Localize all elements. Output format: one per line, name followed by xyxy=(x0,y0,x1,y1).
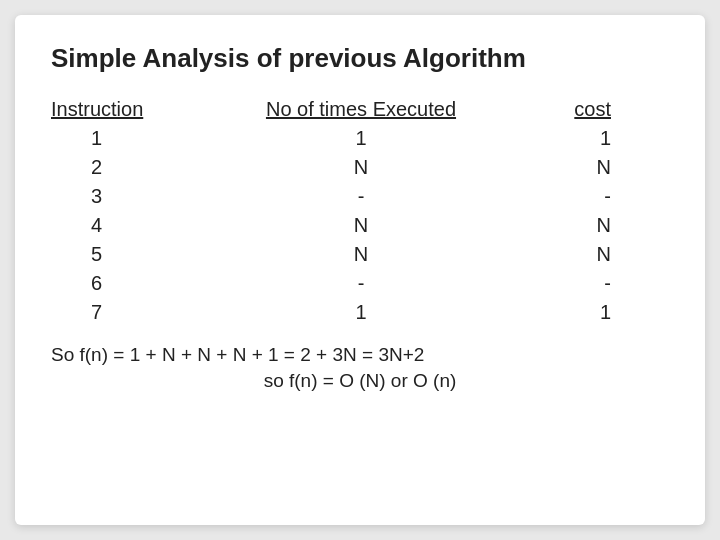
table-row: 6 - - xyxy=(51,272,669,295)
cell-times: - xyxy=(211,272,511,295)
table-row: 1 1 1 xyxy=(51,127,669,150)
cell-cost: - xyxy=(511,272,611,295)
cell-cost: N xyxy=(511,156,611,179)
cell-times: 1 xyxy=(211,301,511,324)
cell-times: N xyxy=(211,214,511,237)
cell-cost: N xyxy=(511,243,611,266)
cell-times: 1 xyxy=(211,127,511,150)
cell-instruction: 7 xyxy=(51,301,211,324)
cell-times: N xyxy=(211,156,511,179)
table-row: 5 N N xyxy=(51,243,669,266)
table-row: 3 - - xyxy=(51,185,669,208)
header-times: No of times Executed xyxy=(211,98,511,121)
cell-cost: 1 xyxy=(511,301,611,324)
cell-instruction: 3 xyxy=(51,185,211,208)
footer-line-1: So f(n) = 1 + N + N + N + 1 = 2 + 3N = 3… xyxy=(51,344,669,366)
footer-area: So f(n) = 1 + N + N + N + 1 = 2 + 3N = 3… xyxy=(51,344,669,392)
table-row: 2 N N xyxy=(51,156,669,179)
cell-cost: 1 xyxy=(511,127,611,150)
table-row: 4 N N xyxy=(51,214,669,237)
cell-times: N xyxy=(211,243,511,266)
slide-title: Simple Analysis of previous Algorithm xyxy=(51,43,669,74)
cell-instruction: 6 xyxy=(51,272,211,295)
table-area: Instruction No of times Executed cost 1 … xyxy=(51,98,669,324)
header-cost: cost xyxy=(511,98,611,121)
cell-cost: N xyxy=(511,214,611,237)
cell-instruction: 4 xyxy=(51,214,211,237)
table-header-row: Instruction No of times Executed cost xyxy=(51,98,669,121)
cell-times: - xyxy=(211,185,511,208)
cell-instruction: 1 xyxy=(51,127,211,150)
header-instruction: Instruction xyxy=(51,98,211,121)
cell-cost: - xyxy=(511,185,611,208)
cell-instruction: 2 xyxy=(51,156,211,179)
footer-line-2: so f(n) = O (N) or O (n) xyxy=(51,370,669,392)
table-row: 7 1 1 xyxy=(51,301,669,324)
slide: Simple Analysis of previous Algorithm In… xyxy=(15,15,705,525)
cell-instruction: 5 xyxy=(51,243,211,266)
